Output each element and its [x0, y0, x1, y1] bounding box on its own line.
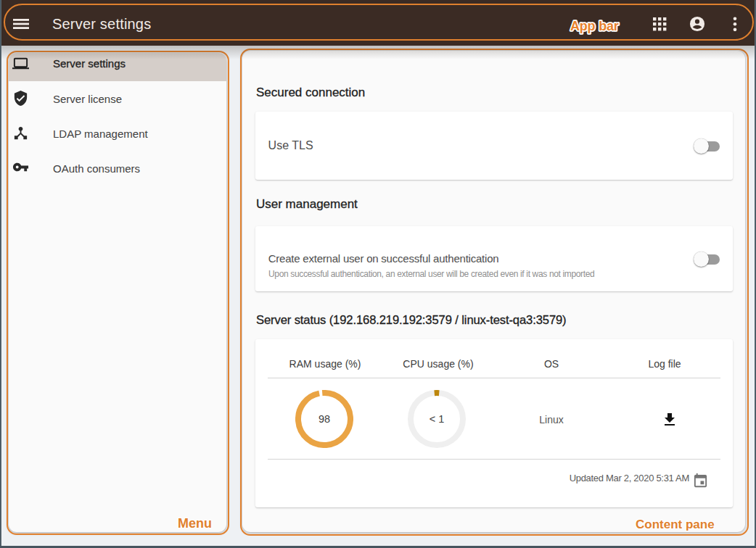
svg-text:< 1: < 1 — [430, 413, 445, 425]
svg-text:Content pane: Content pane — [636, 518, 715, 531]
svg-text:App bar: App bar — [570, 19, 619, 33]
svg-text:Menu: Menu — [178, 516, 212, 531]
svg-text:98: 98 — [319, 413, 330, 425]
